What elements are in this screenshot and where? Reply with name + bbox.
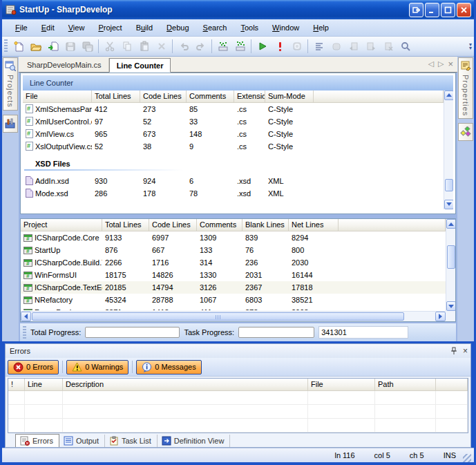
paste-button xyxy=(135,38,153,55)
tab-sharpdevelopmain-cs[interactable]: SharpDevelopMain.cs xyxy=(20,58,109,72)
build-button[interactable] xyxy=(214,38,231,55)
table-row[interactable]: ICSharpCode.TextEditor201851479431262367… xyxy=(21,281,446,294)
open-file-button[interactable] xyxy=(27,38,44,55)
sidebar-tab-label: Properties xyxy=(461,75,470,116)
row-value-cell: 930 xyxy=(92,177,140,185)
scroll-down-icon[interactable] xyxy=(446,301,456,311)
menu-tools[interactable]: Tools xyxy=(234,21,265,34)
bookmark-list-button[interactable] xyxy=(310,38,327,55)
column-header-total-lines[interactable]: Total Lines xyxy=(102,219,149,231)
profile-icon xyxy=(292,41,303,52)
hscroll-thumb[interactable] xyxy=(32,312,404,321)
scroll-right-icon[interactable] xyxy=(435,312,446,321)
row-value-cell: .cs xyxy=(234,142,265,151)
scroll-thumb[interactable] xyxy=(445,179,453,191)
title-bar[interactable]: StartUp - SharpDevelop xyxy=(2,0,474,19)
table-row[interactable]: ICSharpCode.Build.Tasks22661716314236203… xyxy=(21,256,446,269)
table-row[interactable]: StartUp87666713376800 xyxy=(21,244,446,256)
grip-handle[interactable] xyxy=(23,326,26,339)
search-button[interactable] xyxy=(397,38,414,55)
scroll-up-icon[interactable] xyxy=(444,91,453,100)
table-row[interactable]: WinFormsUI18175148261330203116144 xyxy=(21,269,446,281)
row-value-cell: 33 xyxy=(187,117,234,126)
sidebar-tab-projects[interactable]: Projects xyxy=(3,57,18,111)
bottom-tab-errors[interactable]: Errors xyxy=(15,434,59,447)
column-header-blank-lines[interactable]: Blank Lines xyxy=(242,219,289,231)
pin-icon[interactable] xyxy=(450,347,457,355)
menu-search[interactable]: Search xyxy=(197,21,234,34)
scroll-up-icon[interactable] xyxy=(446,219,456,229)
sidebar-tab-tools[interactable] xyxy=(3,115,18,133)
line-counter-panel: Line Counter FileTotal LinesCode LinesCo… xyxy=(20,73,456,215)
toolbar-grip[interactable] xyxy=(4,39,8,53)
menu-file[interactable]: File xyxy=(9,21,34,34)
build-all-button[interactable] xyxy=(231,38,249,55)
table-row[interactable]: XmlUserControl.cs975233.csC-Style xyxy=(23,115,444,128)
abort-build-button[interactable] xyxy=(271,38,288,55)
menu-window[interactable]: Window xyxy=(266,21,305,34)
tab-line-counter[interactable]: Line Counter xyxy=(109,58,171,73)
empty-cell-filler xyxy=(436,405,468,419)
close-panel-icon[interactable]: × xyxy=(463,346,468,356)
table-row[interactable]: XmlSchemasPanel.cs41227385.csC-Style xyxy=(23,103,444,115)
table-row[interactable]: ICSharpCode.Core9133699713098398294 xyxy=(21,231,446,244)
line-counter-scrollbar[interactable] xyxy=(444,91,453,209)
scroll-left-icon[interactable] xyxy=(21,312,31,321)
filter-0-messages-button[interactable]: 0 Messages xyxy=(136,360,201,374)
maximize-button[interactable] xyxy=(441,3,455,17)
table-row[interactable]: FormsDesigner337114134113732998 xyxy=(21,306,446,310)
menu-build[interactable]: Build xyxy=(130,21,159,34)
filter-0-warnings-button[interactable]: 0 Warnings xyxy=(66,360,128,374)
column-header-comments[interactable]: Comments xyxy=(197,219,242,231)
table-row[interactable]: XmlView.cs965673148.csC-Style xyxy=(23,128,444,140)
projects-hscrollbar[interactable] xyxy=(21,311,446,321)
toolbar-overflow-button[interactable]: ▾▾ xyxy=(467,38,474,55)
column-header-path[interactable]: Path xyxy=(375,379,436,391)
column-header-net-lines[interactable]: Net Lines xyxy=(289,219,339,231)
projects-scrollbar[interactable] xyxy=(446,219,455,311)
menu-project[interactable]: Project xyxy=(92,21,128,34)
scroll-thumb[interactable] xyxy=(447,245,455,269)
scroll-down-icon[interactable] xyxy=(444,200,453,209)
bottom-tab-output[interactable]: Output xyxy=(59,435,105,447)
column-header-line[interactable]: Line xyxy=(25,379,63,391)
row-value-cell: 1309 xyxy=(197,234,242,242)
column-header-total-lines[interactable]: Total Lines xyxy=(92,91,140,103)
filter-0-errors-button[interactable]: 0 Errors xyxy=(8,360,59,374)
close-button[interactable] xyxy=(457,3,471,17)
column-header-[interactable]: ! xyxy=(8,379,25,391)
tab-scroll-left-icon[interactable]: ◁ xyxy=(428,59,433,68)
table-row[interactable]: Mode.xsd28617878.xsdXML xyxy=(23,187,444,200)
column-header-extension[interactable]: Extension xyxy=(234,91,265,103)
table-row[interactable]: XslOutputView.cs52389.csC-Style xyxy=(23,140,444,153)
run-button[interactable] xyxy=(254,38,271,55)
table-row[interactable]: NRefactory45324287881067680338521 xyxy=(21,294,446,306)
resize-grip[interactable] xyxy=(463,454,471,462)
open-project-button[interactable] xyxy=(44,38,61,55)
menu-view[interactable]: View xyxy=(62,21,91,34)
menu-debug[interactable]: Debug xyxy=(160,21,195,34)
tab-scroll-right-icon[interactable]: ▷ xyxy=(438,59,444,68)
row-value-cell: 16144 xyxy=(289,271,339,279)
column-header-description[interactable]: Description xyxy=(63,379,308,391)
column-header-code-lines[interactable]: Code Lines xyxy=(140,91,187,103)
column-header-file[interactable]: File xyxy=(308,379,375,391)
sidebar-tab-classes[interactable] xyxy=(458,123,473,141)
table-row[interactable]: AddIn.xsd9309246.xsdXML xyxy=(23,175,444,187)
column-header-sum-mode[interactable]: Sum-Mode xyxy=(265,91,314,103)
minimize-button[interactable] xyxy=(425,3,439,17)
undock-button[interactable] xyxy=(409,3,423,17)
menu-edit[interactable]: Edit xyxy=(35,21,61,34)
filter-button-label: 0 Messages xyxy=(155,363,196,371)
bottom-tab-definition-view[interactable]: Definition View xyxy=(158,435,231,447)
bottom-tab-task-list[interactable]: Task List xyxy=(105,435,158,447)
column-header-project[interactable]: Project xyxy=(21,219,102,231)
column-header-comments[interactable]: Comments xyxy=(187,91,234,103)
sidebar-tab-properties[interactable]: Properties xyxy=(458,57,473,119)
empty-cell xyxy=(308,405,375,419)
menu-help[interactable]: Help xyxy=(307,21,335,34)
column-header-code-lines[interactable]: Code Lines xyxy=(149,219,197,231)
new-file-button[interactable] xyxy=(10,38,27,55)
tab-close-icon[interactable]: × xyxy=(448,59,453,69)
column-header-file[interactable]: File xyxy=(23,91,92,103)
